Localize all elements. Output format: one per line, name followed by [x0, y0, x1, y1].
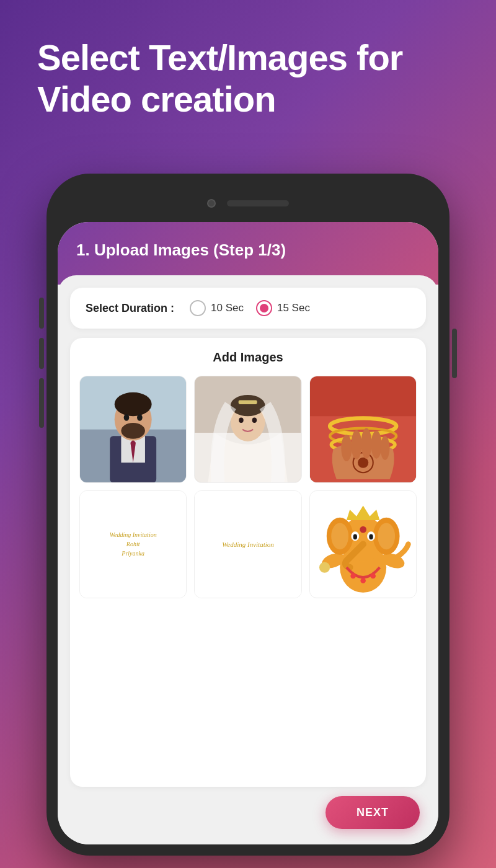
- phone-top-bar: [58, 185, 438, 222]
- image-cell-henna[interactable]: [309, 376, 417, 483]
- svg-point-26: [361, 428, 371, 459]
- invitation-line3: Priyanka: [122, 550, 144, 557]
- svg-rect-14: [239, 401, 257, 404]
- svg-point-25: [351, 430, 361, 459]
- svg-point-27: [371, 431, 381, 459]
- bride-image: [195, 376, 301, 482]
- svg-point-9: [137, 414, 143, 421]
- hero-title: Select Text/Images for Video creation: [37, 37, 459, 120]
- next-button-container: NEXT: [70, 796, 426, 838]
- phone-side-buttons-left: [39, 298, 44, 428]
- svg-point-42: [369, 534, 373, 540]
- groom-image: [80, 376, 186, 482]
- svg-point-43: [360, 526, 366, 533]
- phone-speaker: [227, 200, 289, 206]
- svg-point-16: [252, 417, 257, 423]
- radio-15sec-circle[interactable]: [256, 300, 272, 316]
- svg-point-46: [370, 574, 376, 579]
- image-cell-ganesha[interactable]: [309, 490, 417, 598]
- invitation-line1: Wedding Invitation: [110, 531, 157, 538]
- svg-point-6: [115, 392, 152, 417]
- svg-point-44: [350, 574, 356, 579]
- front-camera: [207, 199, 216, 208]
- image-cell-invitation1[interactable]: Wedding Invitation Rohit Priyanka: [79, 490, 187, 598]
- image-cell-bride[interactable]: [194, 376, 301, 483]
- duration-label: Select Duration :: [86, 302, 174, 315]
- invitation-line2: Rohit: [126, 541, 140, 547]
- phone-side-button-right: [452, 329, 457, 378]
- invitation-text-card-1: Wedding Invitation Rohit Priyanka: [80, 491, 186, 597]
- phone-frame: 1. Upload Images (Step 1/3) Select Durat…: [46, 174, 450, 856]
- duration-15sec-option[interactable]: 15 Sec: [256, 300, 310, 316]
- invitation-text-card-2: Wedding Invitation: [195, 491, 301, 597]
- svg-point-7: [121, 423, 145, 439]
- svg-point-15: [239, 417, 244, 423]
- screen-content: Select Duration : 10 Sec 15 Sec Add Imag…: [58, 275, 438, 844]
- svg-point-13: [231, 395, 265, 416]
- svg-point-33: [319, 562, 330, 573]
- images-title: Add Images: [79, 350, 417, 365]
- svg-point-24: [341, 435, 352, 461]
- svg-point-41: [353, 534, 356, 540]
- invitation-center-text: Wedding Invitation: [222, 541, 274, 548]
- svg-point-38: [378, 523, 395, 550]
- svg-point-23: [358, 458, 368, 468]
- volume-long-button: [39, 378, 44, 428]
- ganesha-image: [310, 491, 416, 597]
- next-button[interactable]: NEXT: [326, 796, 420, 829]
- radio-15sec-label: 15 Sec: [277, 302, 310, 314]
- radio-10sec-circle[interactable]: [190, 300, 206, 316]
- svg-point-45: [360, 578, 366, 584]
- svg-point-37: [331, 523, 348, 550]
- screen-header-title: 1. Upload Images (Step 1/3): [76, 241, 420, 260]
- images-grid: Wedding Invitation Rohit Priyanka Weddin…: [79, 376, 417, 598]
- duration-10sec-option[interactable]: 10 Sec: [190, 300, 244, 316]
- image-cell-groom[interactable]: [79, 376, 187, 483]
- svg-point-28: [380, 436, 389, 460]
- phone-screen: 1. Upload Images (Step 1/3) Select Durat…: [58, 222, 438, 844]
- images-card: Add Images: [70, 338, 426, 787]
- henna-image: [310, 376, 416, 482]
- hero-section: Select Text/Images for Video creation: [37, 37, 459, 120]
- image-cell-invitation2[interactable]: Wedding Invitation: [194, 490, 301, 598]
- volume-down-button: [39, 338, 44, 369]
- volume-up-button: [39, 298, 44, 329]
- duration-card: Select Duration : 10 Sec 15 Sec: [70, 288, 426, 329]
- svg-point-8: [124, 414, 130, 421]
- radio-10sec-label: 10 Sec: [211, 302, 244, 314]
- power-button: [452, 329, 457, 378]
- duration-radio-group: 10 Sec 15 Sec: [190, 300, 310, 316]
